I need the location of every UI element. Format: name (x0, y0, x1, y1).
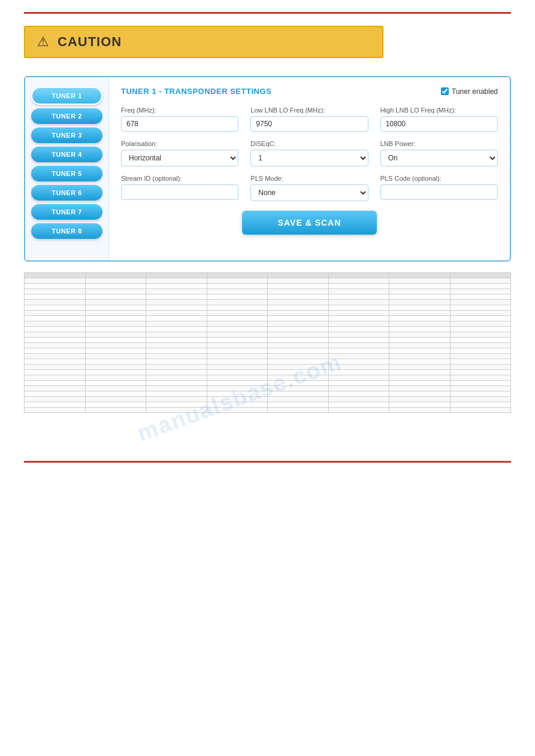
tuner-enabled-label[interactable]: Tuner enabled (441, 87, 498, 96)
pls-mode-select[interactable]: None Root Gold (250, 184, 368, 201)
table-cell (146, 305, 207, 311)
table-cell (450, 311, 511, 316)
tuner-btn-8[interactable]: TUNER 8 (31, 223, 102, 239)
table-cell (85, 332, 146, 338)
tuner-enabled-checkbox[interactable] (441, 87, 449, 95)
table-cell (268, 343, 329, 348)
table-cell (25, 348, 86, 354)
table-cell (389, 386, 451, 391)
data-table (24, 272, 511, 413)
table-cell (328, 397, 389, 402)
table-cell (328, 386, 389, 391)
tuner-btn-1[interactable]: TUNER 1 (31, 87, 102, 105)
table-row (25, 311, 511, 316)
tuner-btn-3[interactable]: TUNER 3 (31, 127, 102, 143)
lnb-power-select[interactable]: On Off (380, 150, 498, 166)
table-cell (389, 332, 451, 338)
table-cell (25, 381, 86, 386)
low-lnb-label: Low LNB LO Freq (MHz): (250, 107, 368, 114)
table-cell (25, 284, 86, 289)
table-row (25, 359, 511, 365)
table-cell (450, 402, 511, 408)
tuner-btn-5[interactable]: TUNER 5 (31, 166, 102, 181)
table-cell (389, 305, 451, 311)
table-cell (146, 289, 207, 294)
table-row (25, 316, 511, 321)
save-scan-button[interactable]: SAVE & SCAN (242, 211, 377, 235)
caution-label: CAUTION (58, 34, 122, 50)
table-cell (389, 278, 451, 284)
table-row (25, 386, 511, 391)
table-cell (389, 359, 451, 365)
table-cell (450, 278, 511, 284)
freq-input[interactable] (121, 116, 238, 132)
table-cell (268, 338, 329, 343)
col-header-6 (328, 273, 389, 278)
table-cell (207, 332, 268, 338)
table-cell (85, 408, 146, 413)
table-cell (328, 311, 389, 316)
table-cell (207, 327, 268, 332)
table-cell (268, 289, 329, 294)
col-header-2 (85, 273, 146, 278)
table-cell (389, 343, 451, 348)
table-cell (25, 294, 86, 300)
table-cell (389, 321, 451, 327)
table-row (25, 338, 511, 343)
table-cell (328, 375, 389, 381)
table-cell (328, 365, 389, 370)
diseqc-select[interactable]: 1 2 3 4 (250, 150, 368, 166)
table-cell (25, 278, 86, 284)
table-cell (85, 348, 146, 354)
table-cell (450, 321, 511, 327)
tuner-enabled-text: Tuner enabled (452, 87, 498, 96)
settings-panel: TUNER 1 - TRANSPONDER SETTINGS Tuner ena… (109, 77, 510, 260)
table-cell (207, 289, 268, 294)
low-lnb-input[interactable] (250, 116, 368, 132)
table-cell (268, 365, 329, 370)
table-cell (207, 397, 268, 402)
settings-title: TUNER 1 - TRANSPONDER SETTINGS (121, 87, 271, 96)
diseqc-label: DiSEqC: (250, 140, 368, 147)
table-cell (85, 327, 146, 332)
table-cell (85, 289, 146, 294)
table-cell (268, 316, 329, 321)
table-cell (25, 327, 86, 332)
table-cell (389, 397, 451, 402)
table-cell (389, 327, 451, 332)
table-cell (207, 300, 268, 305)
table-cell (146, 321, 207, 327)
table-cell (85, 284, 146, 289)
table-row (25, 365, 511, 370)
table-cell (450, 338, 511, 343)
high-lnb-input[interactable] (380, 116, 498, 132)
table-cell (146, 348, 207, 354)
tuner-btn-6[interactable]: TUNER 6 (31, 185, 102, 201)
polarisation-select[interactable]: Horizontal Vertical (121, 150, 238, 166)
table-cell (450, 359, 511, 365)
table-cell (207, 359, 268, 365)
tuner-btn-2[interactable]: TUNER 2 (31, 108, 102, 124)
table-row (25, 332, 511, 338)
table-cell (207, 365, 268, 370)
table-cell (146, 359, 207, 365)
low-lnb-group: Low LNB LO Freq (MHz): (250, 107, 368, 132)
table-cell (450, 365, 511, 370)
stream-id-input[interactable] (121, 184, 238, 200)
lnb-power-label: LNB Power: (380, 140, 498, 147)
tuner-btn-4[interactable]: TUNER 4 (31, 147, 102, 162)
table-cell (207, 408, 268, 413)
table-cell (146, 278, 207, 284)
table-cell (450, 354, 511, 359)
freq-label: Freq (MHz): (121, 107, 238, 114)
table-cell (328, 294, 389, 300)
table-row (25, 397, 511, 402)
table-cell (85, 391, 146, 397)
table-cell (207, 311, 268, 316)
table-cell (85, 354, 146, 359)
col-header-5 (268, 273, 329, 278)
table-cell (328, 343, 389, 348)
table-cell (389, 294, 451, 300)
tuner-btn-7[interactable]: TUNER 7 (31, 204, 102, 220)
pls-code-input[interactable] (380, 184, 498, 200)
